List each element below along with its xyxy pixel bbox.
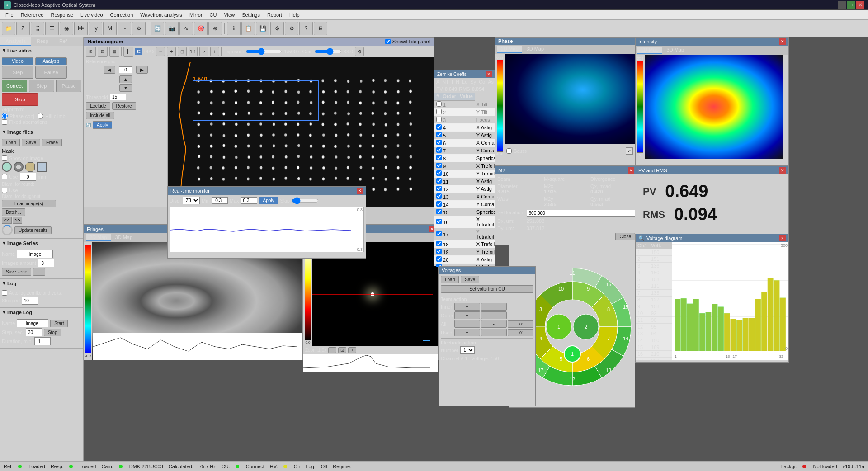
voltages-load-btn[interactable]: Load — [441, 276, 459, 283]
diam-round-use-check[interactable] — [2, 174, 7, 179]
zernike-check-4[interactable] — [436, 124, 442, 130]
toolbar-btn-1[interactable]: 📁 — [2, 22, 15, 35]
pause-icon-btn2[interactable]: Pause — [56, 80, 81, 92]
zernike-check-17[interactable] — [436, 231, 442, 236]
mask-circle-btn[interactable] — [2, 162, 12, 172]
intensity-tab-3d[interactable]: 3D Map — [663, 47, 688, 54]
menu-correction[interactable]: Correction — [107, 11, 137, 19]
mask-ring-btn[interactable] — [14, 162, 24, 172]
zoom-out-btn[interactable]: − — [156, 47, 165, 56]
image-series-header[interactable]: ▾ Image Series — [0, 239, 83, 247]
hartman-apply-button[interactable]: Apply — [93, 121, 112, 129]
include-all-button[interactable]: Include all — [86, 112, 114, 119]
fringes-tab-3d[interactable]: 3D Map — [112, 234, 137, 241]
log-header[interactable]: ▾ Log — [0, 279, 83, 287]
psf-zoom-in[interactable]: + — [348, 347, 356, 353]
inner-plus-btn[interactable]: + — [454, 303, 480, 311]
mask-poly-btn[interactable] — [25, 162, 35, 172]
imglog-step-input[interactable] — [26, 328, 42, 336]
menu-mirror[interactable]: Mirror — [186, 11, 206, 19]
ref-grid-down[interactable]: ▼ — [119, 84, 132, 92]
grid2-btn[interactable]: ⊟ — [98, 47, 108, 57]
zernike-check-14[interactable] — [436, 201, 442, 207]
next-button[interactable]: >> — [13, 217, 23, 224]
ref-grid-up[interactable]: ▲ — [119, 75, 132, 83]
used-plus-btn[interactable]: + — [454, 329, 480, 336]
grid3-btn[interactable]: ▦ — [109, 47, 119, 57]
zernike-check-6[interactable] — [436, 140, 442, 145]
live-video-header[interactable]: ▾ Live video — [0, 46, 83, 55]
toolbar-btn-2[interactable]: Z — [16, 22, 30, 35]
toolbar-btn-11[interactable]: 🔄 — [151, 22, 164, 35]
series-name-input[interactable] — [17, 250, 53, 258]
rtm-max-input[interactable] — [241, 197, 257, 204]
ref-grid-right[interactable]: ▶ — [136, 66, 148, 74]
restore-button[interactable]: Restore — [112, 102, 136, 110]
imglog-name-input[interactable] — [17, 319, 48, 327]
zoom-in-btn[interactable]: + — [167, 47, 176, 56]
toolbar-btn-18[interactable]: 💾 — [256, 22, 269, 35]
step-icon-btn2[interactable]: Step — [29, 80, 54, 92]
zernike-check-11[interactable] — [436, 178, 442, 184]
grid-btn[interactable]: ⊞ — [86, 47, 96, 57]
hill-climb-radio[interactable] — [38, 113, 43, 119]
show-hide-panel-check[interactable] — [385, 39, 391, 44]
toolbar-btn-20[interactable]: ⚙ — [285, 22, 298, 35]
stop-icon-btn[interactable]: Stop — [2, 93, 38, 106]
toolbar-btn-7[interactable]: Iy — [89, 22, 102, 35]
toolbar-btn-13[interactable]: ∿ — [179, 22, 193, 35]
toolbar-btn-6[interactable]: M² — [74, 22, 88, 35]
maximize-button[interactable]: □ — [847, 1, 855, 9]
used-minus-btn[interactable]: - — [481, 329, 507, 336]
psf-zoom-out[interactable]: − — [328, 347, 336, 353]
toolbar-btn-15[interactable]: ⊕ — [208, 22, 222, 35]
menu-live-video[interactable]: Live video — [77, 11, 107, 19]
toolbar-btn-21[interactable]: ? — [299, 22, 313, 35]
rtm-close[interactable]: ✕ — [357, 188, 363, 194]
electrode-number-select[interactable]: 1 — [460, 346, 475, 354]
zernike-check-20[interactable] — [436, 256, 442, 262]
fringes-tab-2d[interactable]: 2D Map — [86, 234, 111, 241]
prev-button[interactable]: << — [2, 217, 12, 224]
intensity-close[interactable]: ✕ — [779, 38, 786, 45]
all-plus-btn[interactable]: + — [454, 320, 480, 328]
intensity-tab-2d[interactable]: 2D Map — [637, 47, 662, 54]
diam-round-input[interactable] — [20, 173, 36, 181]
rtm-disp-select[interactable]: Z3 — [183, 197, 200, 204]
toolbar-btn-10[interactable]: ⚙ — [132, 22, 146, 35]
menu-view[interactable]: View — [220, 11, 238, 19]
tab-ref[interactable]: Ref — [54, 37, 72, 46]
zernike-check-9[interactable] — [436, 163, 442, 168]
toolbar-btn-19[interactable]: ⚙ — [270, 22, 284, 35]
toolbar-btn-22[interactable]: 🖥 — [314, 22, 327, 35]
skipped-input[interactable] — [22, 297, 38, 305]
toolbar-btn-3[interactable]: ⣿ — [31, 22, 44, 35]
m2-close[interactable]: ✕ — [628, 167, 634, 174]
imglog-duration-input[interactable] — [34, 337, 51, 345]
used-zero-btn[interactable]: '0' — [508, 329, 533, 336]
voltages-save-btn[interactable]: Save — [461, 276, 479, 283]
erase-button[interactable]: Erase — [42, 139, 62, 146]
browse-button[interactable]: ... — [33, 268, 45, 276]
toolbar-btn-4[interactable]: ☰ — [45, 22, 59, 35]
menu-reference[interactable]: Reference — [17, 11, 47, 19]
all-zero-btn[interactable]: '0' — [508, 320, 533, 328]
load-images-button[interactable]: Load image(s) — [2, 200, 56, 207]
bar-btn[interactable]: ▌ — [123, 47, 133, 57]
load-button[interactable]: Load — [2, 139, 20, 146]
zernike-check-7[interactable] — [436, 147, 442, 153]
psf-zoom-reset[interactable]: ⊡ — [338, 347, 346, 353]
ref-grid-left[interactable]: ◀ — [104, 66, 115, 74]
zernike-check-10[interactable] — [436, 170, 442, 176]
tab-resp[interactable]: Resp — [31, 37, 54, 46]
correct-icon-btn[interactable]: Correct — [2, 80, 27, 92]
menu-help[interactable]: Help — [286, 11, 303, 19]
m2-setloc-input[interactable] — [527, 210, 635, 217]
toolbar-btn-12[interactable]: 📷 — [165, 22, 179, 35]
gain-slider[interactable] — [315, 48, 342, 55]
show-on-image-check[interactable] — [2, 155, 7, 161]
zernike-check-19[interactable] — [436, 249, 442, 254]
toolbar-btn-17[interactable]: 📋 — [241, 22, 255, 35]
zernike-close[interactable]: ✕ — [486, 71, 492, 77]
phase-expand-btn[interactable]: ⤢ — [626, 147, 633, 155]
